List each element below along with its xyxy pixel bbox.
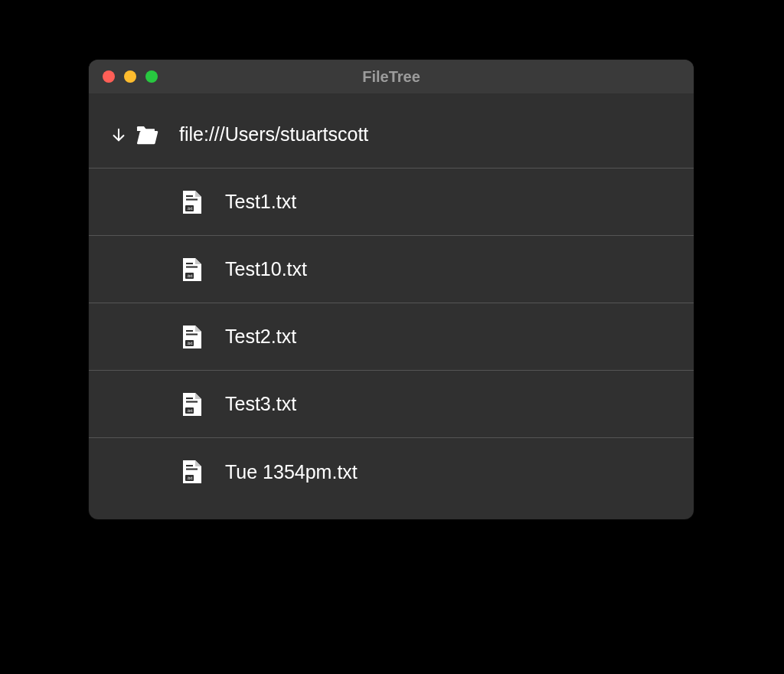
svg-rect-6: [186, 263, 193, 264]
text-file-icon: .txt: [181, 190, 204, 214]
tree-root-row[interactable]: file:///Users/stuartscott: [89, 101, 694, 168]
tree-file-row[interactable]: .txt Test10.txt: [89, 236, 694, 303]
svg-rect-11: [186, 333, 198, 335]
svg-text:.txt: .txt: [186, 273, 192, 278]
file-name-label: Test2.txt: [225, 326, 296, 348]
text-file-icon: .txt: [181, 257, 204, 282]
svg-rect-2: [186, 195, 193, 197]
svg-rect-14: [186, 398, 193, 399]
tree-content: file:///Users/stuartscott .txt Test1.txt: [89, 93, 694, 519]
window-title: FileTree: [89, 68, 694, 86]
svg-rect-19: [186, 469, 198, 470]
close-button[interactable]: [103, 70, 115, 83]
file-name-label: Test1.txt: [225, 191, 296, 213]
svg-text:.txt: .txt: [186, 206, 192, 211]
zoom-button[interactable]: [145, 70, 158, 83]
root-path-label: file:///Users/stuartscott: [179, 123, 368, 146]
minimize-button[interactable]: [124, 70, 136, 83]
tree-file-row[interactable]: .txt Test1.txt: [89, 168, 694, 236]
title-bar: FileTree: [89, 60, 694, 93]
text-file-icon: .txt: [181, 325, 204, 349]
file-name-label: Tue 1354pm.txt: [225, 461, 358, 483]
svg-text:.txt: .txt: [186, 341, 192, 345]
arrow-down-icon[interactable]: [107, 126, 130, 143]
file-name-label: Test10.txt: [225, 258, 307, 280]
svg-rect-18: [186, 465, 193, 466]
svg-text:.txt: .txt: [186, 476, 192, 480]
tree-file-row[interactable]: .txt Test2.txt: [89, 303, 694, 371]
text-file-icon: .txt: [181, 392, 204, 417]
tree-file-row[interactable]: .txt Tue 1354pm.txt: [89, 438, 694, 506]
svg-rect-1: [137, 129, 155, 131]
svg-rect-7: [186, 266, 198, 267]
tree-file-row[interactable]: .txt Test3.txt: [89, 371, 694, 438]
svg-rect-3: [186, 198, 198, 200]
app-window: FileTree file:///Users/stuartscott: [89, 60, 694, 519]
window-controls: [89, 70, 158, 83]
svg-rect-10: [186, 330, 193, 332]
svg-rect-15: [186, 401, 198, 402]
file-name-label: Test3.txt: [225, 393, 296, 415]
svg-text:.txt: .txt: [186, 408, 192, 413]
text-file-icon: .txt: [181, 460, 204, 484]
folder-open-icon: [132, 125, 162, 145]
